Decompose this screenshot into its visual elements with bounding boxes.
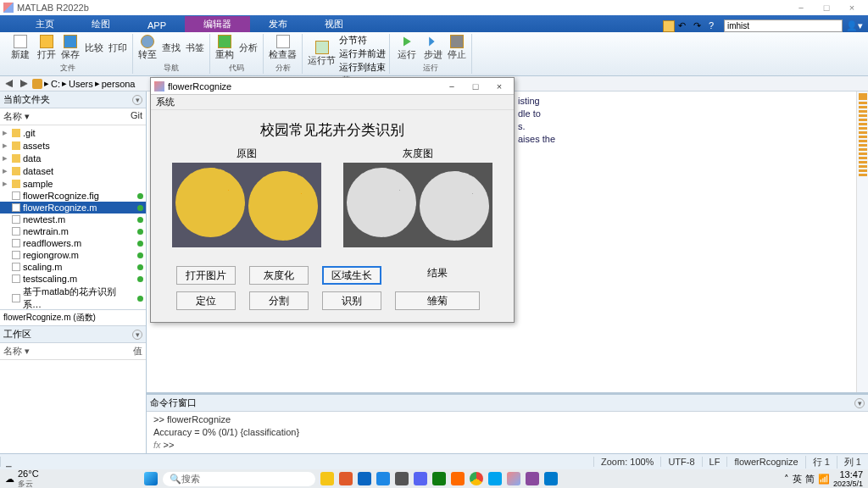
recognize-button[interactable]: 识别: [322, 291, 381, 310]
tree-item[interactable]: ▸dataset: [0, 164, 146, 177]
tree-item[interactable]: ▸.git: [0, 126, 146, 139]
app-icon[interactable]: [414, 472, 427, 485]
app-icon[interactable]: [432, 472, 446, 485]
status-le[interactable]: LF: [702, 457, 727, 467]
clock-date[interactable]: 2023/5/1: [833, 480, 863, 488]
dialog-menu[interactable]: 系统: [151, 95, 514, 110]
ime-format[interactable]: 简: [805, 473, 815, 485]
tree-item[interactable]: newtest.m: [0, 214, 146, 225]
back-icon[interactable]: ⯇: [3, 79, 16, 89]
taskbar-search[interactable]: 🔍 搜索: [163, 472, 315, 486]
status-zoom[interactable]: Zoom: 100%: [593, 457, 660, 467]
step-button[interactable]: 步进: [422, 35, 444, 61]
workspace-columns[interactable]: 名称 ▾值: [0, 343, 146, 360]
tab-plot[interactable]: 绘图: [73, 16, 129, 32]
tab-publish[interactable]: 发布: [250, 16, 306, 32]
dialog-maximize-button[interactable]: □: [465, 81, 487, 92]
refactor-button[interactable]: 重构: [214, 35, 236, 61]
open-button[interactable]: 打开: [36, 35, 58, 61]
tree-item[interactable]: regiongrow.m: [0, 249, 146, 261]
run-to-end-button[interactable]: 运行到结束: [339, 61, 386, 74]
tree-item[interactable]: testscaling.m: [0, 273, 146, 285]
print-button[interactable]: 打印: [107, 42, 129, 54]
file-tree[interactable]: ▸.git▸assets▸data▸dataset▸sampleflowerRc…: [0, 125, 146, 309]
tree-item[interactable]: readflowers.m: [0, 237, 146, 249]
code-inspector-button[interactable]: 检查器: [267, 35, 298, 61]
toolstrip-tabs: 主页 绘图 APP 编辑器 发布 视图 ↶ ↷ ? 👤▾: [0, 15, 868, 32]
save-icon[interactable]: [663, 20, 675, 32]
panel-menu-icon[interactable]: ▾: [132, 95, 142, 105]
path-seg[interactable]: C:: [51, 79, 60, 89]
group-label-nav: 导航: [136, 62, 206, 74]
tab-view[interactable]: 视图: [306, 16, 362, 32]
tree-columns[interactable]: 名称 ▾Git: [0, 108, 146, 125]
command-window[interactable]: >> flowerRcognizeAccuracy = 0% (0/1) {cl…: [147, 412, 868, 453]
stop-button[interactable]: 停止: [446, 35, 468, 61]
run-advance-button[interactable]: 运行并前进: [339, 47, 386, 60]
fwd-icon[interactable]: ⯈: [18, 79, 31, 89]
matlab-logo-icon: [154, 81, 164, 92]
app-icon[interactable]: [320, 472, 334, 485]
app-icon[interactable]: [488, 472, 502, 485]
compare-button[interactable]: 比较: [83, 42, 105, 54]
dialog-close-button[interactable]: ×: [488, 81, 510, 92]
tree-item[interactable]: flowerRcognize.m: [0, 202, 146, 214]
tab-editor[interactable]: 编辑器: [185, 16, 250, 32]
chrome-icon[interactable]: [470, 472, 483, 485]
ime-indicator[interactable]: 英: [793, 473, 802, 485]
dialog-titlebar[interactable]: flowerRcognize − □ ×: [151, 78, 514, 95]
tab-home[interactable]: 主页: [17, 16, 73, 32]
find-button[interactable]: 查找: [160, 42, 182, 54]
region-grow-button[interactable]: 区域生长: [322, 266, 381, 285]
goto-button[interactable]: 转至: [136, 35, 159, 61]
doc-search-input[interactable]: [724, 19, 843, 32]
analyze-button[interactable]: 分析: [237, 42, 259, 54]
matlab-icon[interactable]: [507, 472, 520, 485]
new-button[interactable]: 新建: [7, 35, 34, 61]
weather-widget[interactable]: ☁ 26°C多云: [5, 469, 39, 489]
save-button[interactable]: 保存: [59, 35, 81, 61]
app-icon[interactable]: [451, 472, 465, 485]
panel-menu-icon[interactable]: ▾: [132, 330, 142, 340]
grayscale-button[interactable]: 灰度化: [249, 266, 309, 285]
run-button[interactable]: 运行: [393, 35, 420, 61]
tree-item[interactable]: ▸assets: [0, 139, 146, 152]
segment-button[interactable]: 分割: [249, 291, 309, 310]
dialog-minimize-button[interactable]: −: [441, 81, 463, 92]
tree-item[interactable]: ▸data: [0, 152, 146, 164]
gray-image: [343, 163, 492, 247]
app-icon[interactable]: [395, 472, 409, 485]
tree-item[interactable]: flowerRcognize.fig: [0, 190, 146, 202]
bookmark-button[interactable]: 书签: [184, 42, 206, 54]
tree-item[interactable]: ▸sample: [0, 177, 146, 190]
sectionbreak-button[interactable]: 分节符: [339, 34, 386, 47]
locate-button[interactable]: 定位: [176, 291, 236, 310]
app-icon[interactable]: [358, 472, 371, 485]
status-encoding[interactable]: UTF-8: [660, 457, 701, 467]
tray-chevron-icon[interactable]: ˄: [784, 474, 789, 485]
tree-item[interactable]: newtrain.m: [0, 225, 146, 237]
help-icon[interactable]: ?: [709, 20, 721, 32]
runsection-button[interactable]: 运行节: [306, 41, 337, 67]
redo-icon[interactable]: ↷: [693, 20, 705, 32]
windows-taskbar[interactable]: ☁ 26°C多云 🔍 搜索 ˄ 英 简 📶 13:47 2023/5/1: [0, 469, 868, 488]
app-icon[interactable]: [339, 472, 353, 485]
start-icon[interactable]: [144, 472, 158, 485]
tree-item[interactable]: scaling.m: [0, 261, 146, 273]
app-icon[interactable]: [526, 472, 539, 485]
maximize-button[interactable]: □: [814, 3, 839, 13]
close-button[interactable]: ×: [839, 3, 865, 13]
path-seg[interactable]: Users: [69, 79, 93, 89]
clock-time[interactable]: 13:47: [833, 469, 863, 480]
path-seg[interactable]: persona: [102, 79, 136, 89]
open-image-button[interactable]: 打开图片: [176, 266, 236, 285]
undo-icon[interactable]: ↶: [678, 20, 690, 32]
panel-menu-icon[interactable]: ▾: [854, 398, 865, 408]
vscode-icon[interactable]: [544, 472, 558, 485]
network-icon[interactable]: 📶: [818, 474, 830, 485]
app-icon[interactable]: [376, 472, 390, 485]
minimize-button[interactable]: −: [788, 3, 814, 13]
tree-item[interactable]: 基于matlab的花卉识别系…: [0, 285, 146, 309]
signin-button[interactable]: 👤▾: [846, 20, 863, 31]
tab-app[interactable]: APP: [129, 19, 185, 32]
